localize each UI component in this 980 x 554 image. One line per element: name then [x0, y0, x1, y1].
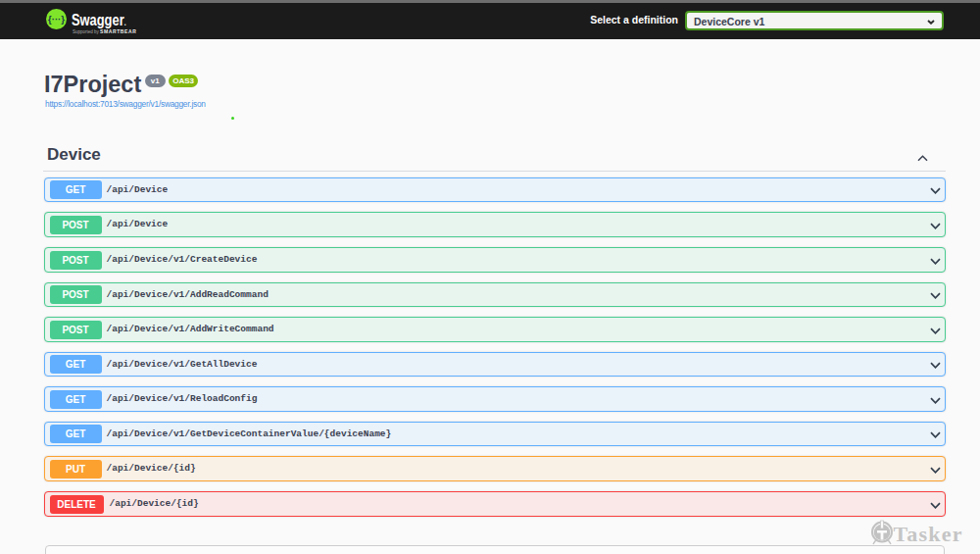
- svg-text:{···}: {···}: [48, 14, 65, 25]
